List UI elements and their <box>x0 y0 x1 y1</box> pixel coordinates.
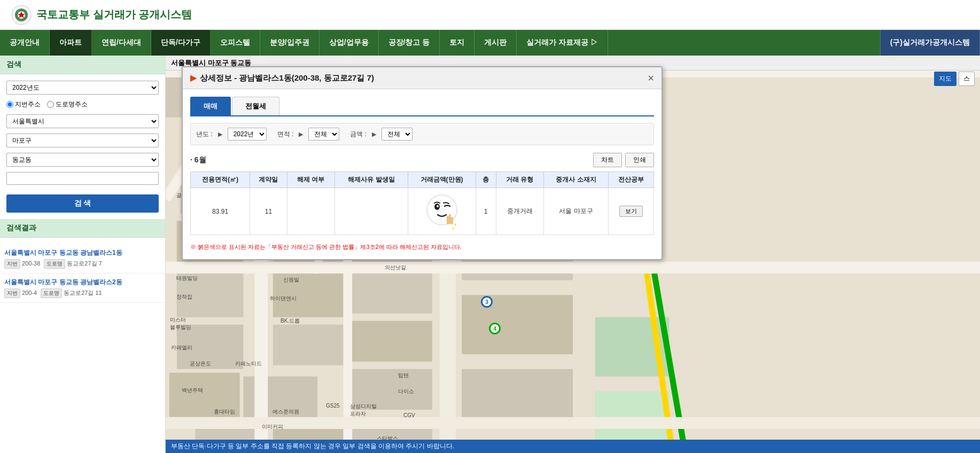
main-nav: 공개안내 아파트 연립/다세대 단독/다가구 오피스텔 분양/입주권 상업/업무… <box>0 30 980 56</box>
td-agent-loc: 서울 마포구 <box>544 188 609 235</box>
nav-item-공개안내[interactable]: 공개안내 <box>0 30 50 56</box>
filter-row: 년도 : ▶ 2022년 2021년 2020년 면적 : ▶ 전체 금액 : <box>190 123 654 145</box>
nav-item-단독다가구[interactable]: 단독/다가구 <box>151 30 211 56</box>
svg-rect-44 <box>166 417 980 429</box>
result-addr-2: 지번200-4 도로명동교로27길 11 <box>4 288 161 298</box>
radio-jibun[interactable]: 지번주소 <box>6 100 41 109</box>
tab-매매[interactable]: 매매 <box>190 97 231 115</box>
map-bld-하이댄앤시: 하이댄앤시 <box>270 295 297 302</box>
sidebar: 검색 2022년도 2021년도 2020년도 지번주소 도로명주소 <box>0 56 166 453</box>
map-bld-bk드롭: BK.드롭 <box>281 317 300 325</box>
action-btns: 차트 인쇄 <box>593 153 654 167</box>
area-filter-select[interactable]: 전체 <box>308 128 339 140</box>
modal-body: 매매 전월세 년도 : ▶ 2022년 2021년 2020년 면적 : ▶ <box>183 89 662 259</box>
satellite-view-btn[interactable]: 스 <box>959 72 975 86</box>
th-view: 전산공부 <box>608 172 654 188</box>
modal-title: ▶ 상세정보 - 광남벨라스1동(200-38, 동교로27길 7) <box>190 73 374 83</box>
th-cancel-date: 해제사유 발생일 <box>335 172 408 188</box>
map-bld-신원빌: 신원빌 <box>283 276 299 284</box>
addr-tag-road-2: 도로명 <box>41 288 62 298</box>
svg-point-49 <box>437 205 439 207</box>
td-trade-type: 중개거래 <box>496 188 543 235</box>
result-name-2: 서울특별시 마포구 동교동 광남벨라스2동 <box>4 278 161 287</box>
th-area: 전용면적(㎡) <box>191 172 250 188</box>
view-detail-btn[interactable]: 보기 <box>619 206 643 217</box>
svg-rect-15 <box>273 325 344 365</box>
year-select[interactable]: 2022년도 2021년도 2020년도 <box>6 81 159 95</box>
nav-item-게시판[interactable]: 게시판 <box>475 30 517 56</box>
nav-item-연립다세대[interactable]: 연립/다세대 <box>92 30 151 56</box>
nav-item-토지[interactable]: 토지 <box>440 30 475 56</box>
search-button[interactable]: 검 색 <box>6 194 159 213</box>
th-agent-loc: 중개사 소재지 <box>544 172 609 188</box>
nav-item-공장창고[interactable]: 공장/창고 등 <box>379 30 440 56</box>
sigungu-select[interactable]: 마포구 <box>6 134 159 147</box>
modal-close-button[interactable]: × <box>648 73 654 83</box>
td-contract-date: 11 <box>250 188 287 235</box>
price-filter-arrow: ▶ <box>372 131 376 138</box>
th-trade-type: 거래 유형 <box>496 172 543 188</box>
addr-type-group: 지번주소 도로명주소 <box>6 100 159 109</box>
svg-rect-31 <box>462 295 573 354</box>
map-bld-에스준의원: 에스준의원 <box>273 408 299 416</box>
print-btn[interactable]: 인쇄 <box>625 153 654 167</box>
footer-note-text: ※ 붉은색으로 표시된 자료는「부동산 거래신고 등에 관한 법률」제3조2에 … <box>190 244 462 250</box>
chart-btn[interactable]: 차트 <box>593 153 622 167</box>
data-table: 전용면적(㎡) 계약일 해제 여부 해제사유 발생일 거래금액(만원) 층 거래… <box>190 171 654 235</box>
government-emblem-icon <box>11 4 32 26</box>
svg-rect-43 <box>166 262 980 274</box>
table-header-row: 전용면적(㎡) 계약일 해제 여부 해제사유 발생일 거래금액(만원) 층 거래… <box>191 172 654 188</box>
dong-select[interactable]: 동교동 <box>6 153 159 167</box>
price-filter-label: 금액 : <box>350 130 367 139</box>
logo-area: 국토교통부 실거래가 공개시스템 <box>11 4 192 26</box>
map-bld-의선낫길: 의선낫길 <box>385 264 406 271</box>
map-bld-삼성디지털: 삼성디지털프라자 <box>350 403 377 418</box>
mascot-icon: ✦ ✦ <box>423 191 461 231</box>
td-cancel <box>287 188 335 235</box>
map-bld-카페엘리: 카페엘리 <box>171 344 192 352</box>
th-floor: 층 <box>476 172 496 188</box>
svg-text:✦: ✦ <box>452 226 455 230</box>
month-header: · 6월 차트 인쇄 <box>190 153 654 167</box>
map-bld-백년주택: 백년주택 <box>182 387 203 394</box>
year-row: 2022년도 2021년도 2020년도 <box>6 81 159 95</box>
nav-item-상업업무용[interactable]: 상업/업무용 <box>320 30 379 56</box>
addr-tag-jibun-2: 지번 <box>4 288 20 298</box>
modal-title-text: 상세정보 - 광남벨라스1동(200-38, 동교로27길 7) <box>200 73 374 83</box>
nav-item-분양입주권[interactable]: 분양/입주권 <box>260 30 320 56</box>
detail-modal: ▶ 상세정보 - 광남벨라스1동(200-38, 동교로27길 7) × 매매 … <box>182 66 663 260</box>
nav-item-아파트[interactable]: 아파트 <box>50 30 92 56</box>
footer-note: ※ 붉은색으로 표시된 자료는「부동산 거래신고 등에 관한 법률」제3조2에 … <box>190 243 654 252</box>
subway-marker-4: 4 <box>489 323 501 334</box>
radio-road[interactable]: 도로명주소 <box>47 100 88 109</box>
addr-tag-jibun-1: 지번 <box>4 259 20 269</box>
search-section-title: 검색 <box>0 56 165 74</box>
addr-tag-road-1: 도로명 <box>44 259 65 269</box>
map-bld-태원빌딩: 태원빌딩 <box>176 275 198 282</box>
svg-rect-25 <box>351 321 432 362</box>
search-results: 서울특별시 마포구 동교동 광남벨라스1동 지번200-38 도로명동교로27길… <box>0 244 165 303</box>
nav-item-오피스텔[interactable]: 오피스텔 <box>211 30 260 56</box>
tab-전월세[interactable]: 전월세 <box>232 97 279 115</box>
td-view: 보기 <box>608 188 654 235</box>
nav-item-자료제공[interactable]: 실거래가 자료제공 ▷ <box>517 30 608 56</box>
th-contract-date: 계약일 <box>250 172 287 188</box>
td-floor: 1 <box>476 188 496 235</box>
price-filter-select[interactable]: 전체 <box>382 128 413 140</box>
year-filter-label: 년도 : <box>196 130 213 139</box>
year-filter-select[interactable]: 2022년 2021년 2020년 <box>228 128 267 140</box>
mascot-container: ✦ ✦ <box>413 191 471 231</box>
nav-item-구시스템[interactable]: (구)실거래가공개시스템 <box>880 30 980 56</box>
detail-input[interactable] <box>6 172 159 185</box>
result-item-1[interactable]: 서울특별시 마포구 동교동 광남벨라스1동 지번200-38 도로명동교로27길… <box>0 244 165 274</box>
result-item-2[interactable]: 서울특별시 마포구 동교동 광남벨라스2동 지번200-4 도로명동교로27길 … <box>0 274 165 303</box>
bottom-notice-text: 부동산 단독·다가구 등 일부 주소를 직접 등록하지 않는 경우 일부 검색을… <box>171 442 454 450</box>
map-bld-cgv: CGV <box>403 412 415 418</box>
sido-select[interactable]: 서울특별시 <box>6 114 159 128</box>
map-bld-홍대타임: 홍대타임 <box>214 408 235 416</box>
map-controls: 지도 스 <box>934 72 975 86</box>
results-section-title: 검색결과 <box>0 219 165 238</box>
sido-row: 서울특별시 <box>6 114 159 128</box>
map-view-btn[interactable]: 지도 <box>934 72 956 86</box>
table-header: 전용면적(㎡) 계약일 해제 여부 해제사유 발생일 거래금액(만원) 층 거래… <box>191 172 654 188</box>
